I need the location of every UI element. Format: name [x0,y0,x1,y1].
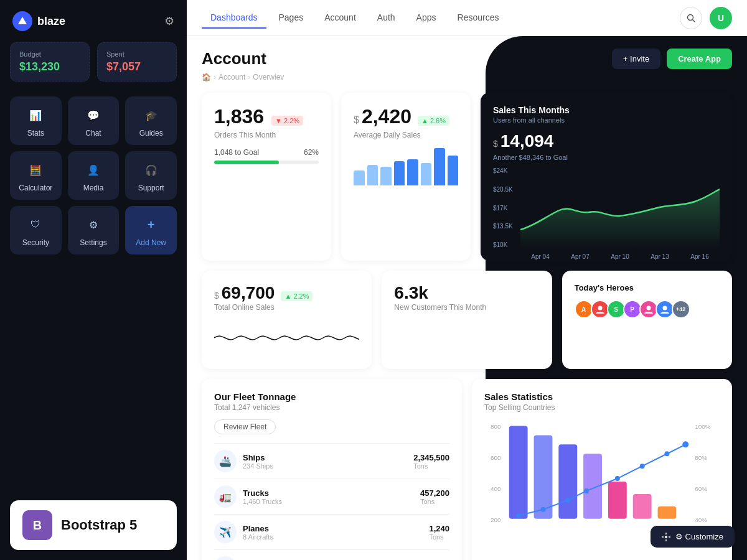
budget-card: Budget $13,230 [10,42,90,82]
svg-rect-16 [658,506,677,519]
fleet-title: Our Fleet Tonnage [214,391,449,402]
online-sales-number: 69,700 [222,283,275,303]
planes-val: 1,240 [429,524,449,533]
bar-1 [354,170,365,185]
wave-svg [214,319,359,357]
review-fleet-btn[interactable]: Review Fleet [214,419,276,434]
chart-x-labels: Apr 04 Apr 07 Apr 10 Apr 13 Apr 16 [520,253,720,260]
svg-text:600: 600 [491,454,501,461]
sales-stats-chart: 800 600 400 200 100% 80% 60% 40 [484,419,720,544]
nav-item-media[interactable]: 👤 Media [68,151,120,200]
fleet-card: Our Fleet Tonnage Total 1,247 vehicles R… [202,379,462,560]
progress-fill [214,161,279,164]
orders-number: 1,836 [214,105,264,128]
svg-point-3 [598,306,602,310]
nav-item-security[interactable]: 🛡 Security [10,206,62,254]
invite-button[interactable]: + Invite [612,49,660,69]
daily-sales-badge: ▲ 2.6% [418,116,449,126]
daily-sales-number: 2,420 [362,105,411,128]
logo-text: blaze [37,15,65,28]
daily-sales-label: Average Daily Sales [354,131,458,139]
bootstrap-card: B Bootstrap 5 [10,500,177,550]
nav-item-support[interactable]: 🎧 Support [125,151,177,200]
top-nav-links: Dashboards Pages Account Auth Apps Resou… [202,7,507,29]
trucks-val: 457,200 [420,488,449,498]
create-app-button[interactable]: Create App [667,49,732,69]
nav-item-add-new[interactable]: + Add New [125,206,177,254]
breadcrumb-home[interactable]: 🏠 [202,73,211,82]
planes-sub: 8 Aircrafts [243,533,429,541]
fleet-row-planes: ✈️ Planes 8 Aircrafts 1,240 Tons [214,514,449,549]
nav-item-stats[interactable]: 📊 Stats [10,96,62,145]
svg-point-22 [541,507,546,512]
nav-label-settings: Settings [80,238,106,247]
nav-label-stats: Stats [27,129,44,138]
nav-label-security: Security [22,238,49,247]
bar-5 [407,159,418,185]
user-avatar[interactable]: U [710,7,732,29]
nav-label-support: Support [138,184,164,192]
media-icon: 👤 [85,161,102,179]
svg-text:800: 800 [491,423,501,430]
fleet-row-ships: 🚢 Ships 234 Ships 2,345,500 Tons [214,443,449,478]
svg-text:60%: 60% [695,485,707,492]
mini-bar-chart [354,148,458,185]
ships-name: Ships [243,453,413,462]
nav-link-pages[interactable]: Pages [270,7,312,29]
guides-icon: 🎓 [143,106,160,124]
nav-item-calculator[interactable]: 🧮 Calculator [10,151,62,200]
planes-icon: ✈️ [214,521,237,543]
nav-item-guides[interactable]: 🎓 Guides [125,96,177,145]
sales-month-goal: Another $48,346 to Goal [493,154,720,161]
svg-point-1 [688,14,693,20]
svg-line-2 [693,19,695,22]
svg-rect-15 [633,494,652,519]
budget-row: Budget $13,230 Spent $7,057 [0,42,187,91]
stats-grid-row1: 1,836 ▼ 2.2% Orders This Month 1,048 to … [202,93,732,261]
bar-3 [380,167,392,185]
nav-link-apps[interactable]: Apps [408,7,445,29]
nav-link-resources[interactable]: Resources [449,7,508,29]
top-nav-actions: U [680,7,732,29]
main-content: Dashboards Pages Account Auth Apps Resou… [187,0,747,560]
sales-stats-sub: Top Selling Countries [484,403,720,412]
sales-month-sub: Users from all channels [493,116,720,124]
svg-marker-0 [18,17,27,24]
planes-name: Planes [243,524,429,533]
nav-link-dashboards[interactable]: Dashboards [202,7,266,29]
wave-chart [214,319,359,357]
security-icon: 🛡 [27,216,44,233]
svg-point-27 [664,451,669,456]
customize-button[interactable]: ⚙ Customize [651,526,735,548]
settings-icon: ⚙ [85,216,102,233]
breadcrumb-overview: Overwiev [253,73,284,82]
new-customers-card: 6.3k New Customers This Month [382,271,552,369]
chat-icon: 💬 [85,106,102,124]
page-content: Account + Invite Create App 🏠 › Account … [187,36,747,560]
sales-month-title: Sales This Months [493,105,720,115]
svg-text:200: 200 [491,516,501,523]
online-sales-badge: ▲ 2.2% [281,291,312,301]
breadcrumb-account[interactable]: Account [218,73,245,82]
search-button[interactable] [680,7,702,29]
trucks-sub: 1,460 Trucks [243,498,420,505]
header-actions: + Invite Create App [612,49,732,69]
menu-icon[interactable]: ⚙ [164,14,174,28]
bootstrap-title: Bootstrap 5 [61,517,137,533]
svg-text:80%: 80% [695,454,707,461]
bar-6 [421,163,432,185]
budget-value: $13,230 [19,60,80,73]
nav-link-account[interactable]: Account [316,7,365,29]
nav-item-chat[interactable]: 💬 Chat [68,96,120,145]
calculator-icon: 🧮 [27,161,44,179]
nav-item-settings[interactable]: ⚙ Settings [68,206,120,254]
svg-rect-11 [534,435,553,518]
ships-unit: Tons [413,462,449,470]
daily-sales-card: $ 2,420 ▲ 2.6% Average Daily Sales [341,93,471,261]
fleet-row-trucks: 🚛 Trucks 1,460 Trucks 457,200 Tons [214,478,449,514]
progress-bar [214,161,319,164]
bar-7 [434,148,445,185]
svg-rect-12 [558,444,577,518]
bar-2 [367,165,378,185]
nav-link-auth[interactable]: Auth [369,7,404,29]
